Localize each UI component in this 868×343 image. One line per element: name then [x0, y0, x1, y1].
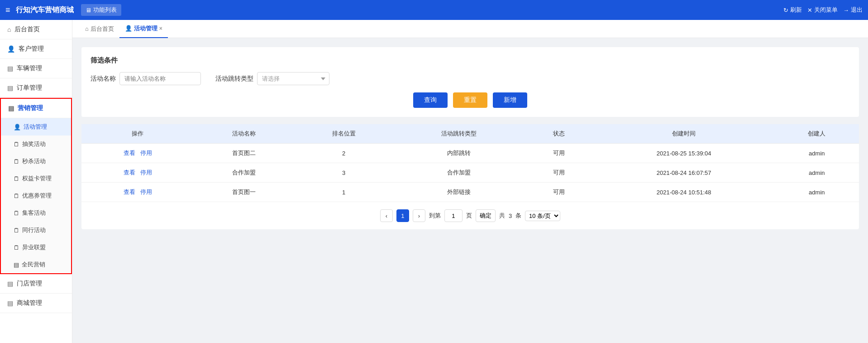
cell-name-1: 合作加盟: [194, 163, 294, 183]
page-input[interactable]: [444, 209, 463, 222]
filter-label-name: 活动名称: [91, 75, 116, 83]
reset-button[interactable]: 重置: [453, 92, 487, 108]
filter-item-name: 活动名称: [91, 72, 201, 85]
search-button[interactable]: 查询: [413, 92, 448, 108]
coupon-icon: 🗒: [14, 193, 19, 199]
records-label: 条: [515, 212, 521, 220]
col-header-jump-type: 活动跳转类型: [394, 124, 525, 144]
cell-rank-2: 1: [294, 183, 393, 202]
to-page-label: 到第: [429, 212, 441, 220]
marketing-icon: ▤: [8, 105, 14, 112]
col-header-creator: 创建人: [775, 124, 859, 144]
filter-input-name[interactable]: [119, 72, 201, 85]
sidebar-item-customer-label: 客户管理: [19, 45, 44, 53]
sidebar-item-home-label: 后台首页: [14, 25, 40, 34]
col-header-status: 状态: [525, 124, 593, 144]
action-view-1[interactable]: 查看: [124, 169, 135, 176]
action-view-2[interactable]: 查看: [124, 188, 135, 195]
page-1-button[interactable]: 1: [396, 209, 409, 222]
sidebar-item-store-label: 门店管理: [17, 280, 42, 288]
sidebar-item-marketing-label: 营销管理: [18, 104, 43, 112]
action-disable-1[interactable]: 停用: [140, 169, 152, 176]
sidebar-item-order-label: 订单管理: [17, 84, 42, 92]
sidebar-item-vehicle[interactable]: ▤ 车辆管理: [0, 59, 72, 78]
sidebar-item-marketing[interactable]: ▤ 营销管理: [1, 99, 71, 118]
benefits-icon: 🗒: [14, 175, 19, 182]
sidebar-item-mall[interactable]: ▤ 商城管理: [0, 294, 72, 313]
lottery-label: 抽奖活动: [22, 140, 46, 148]
cell-name-2: 首页图一: [194, 183, 294, 202]
flash-sale-label: 秒杀活动: [22, 157, 46, 165]
breadcrumb-bar: ⌂ 后台首页 👤 活动管理 ×: [72, 20, 868, 38]
sidebar-item-customer[interactable]: 👤 客户管理: [0, 39, 72, 59]
sidebar-item-store[interactable]: ▤ 门店管理: [0, 274, 72, 294]
sidebar-subitem-all-marketing[interactable]: ▤ 全民营销: [1, 256, 71, 273]
cell-jump-type-0: 内部跳转: [394, 144, 525, 163]
collect-label: 集客活动: [22, 209, 46, 217]
sidebar-subitem-cross-industry[interactable]: 🗒 异业联盟: [1, 239, 71, 256]
breadcrumb-home-icon: ⌂: [85, 25, 89, 32]
menu-toggle-icon[interactable]: ≡: [5, 5, 10, 15]
sidebar-subitem-activity[interactable]: 👤 活动管理: [1, 118, 71, 135]
monitor-icon: 🖥: [86, 7, 91, 14]
function-list-label: 功能列表: [93, 6, 117, 14]
order-icon: ▤: [7, 84, 13, 92]
col-header-name: 活动名称: [194, 124, 294, 144]
filter-select-jump-type[interactable]: 请选择 内部跳转 合作加盟 外部链接: [257, 72, 329, 85]
action-disable-0[interactable]: 停用: [140, 150, 152, 156]
marketing-group: ▤ 营销管理 👤 活动管理 🗒 抽奖活动 🗒 秒杀活动 🗒 权: [0, 98, 72, 274]
sidebar-subitem-flash-sale[interactable]: 🗒 秒杀活动: [1, 153, 71, 170]
flash-sale-icon: 🗒: [14, 158, 19, 165]
cell-creator-2: admin: [775, 183, 859, 202]
top-bar: ≡ 行知汽车营销商城 🖥 功能列表 ↻ 刷新 ✕ 关闭菜单 → 退出: [0, 0, 868, 20]
sidebar-item-vehicle-label: 车辆管理: [17, 64, 42, 72]
cell-jump-type-2: 外部链接: [394, 183, 525, 202]
cell-status-1: 可用: [525, 163, 593, 183]
coupon-label: 优惠券管理: [22, 192, 52, 200]
add-button[interactable]: 新增: [493, 92, 527, 108]
col-header-create-time: 创建时间: [593, 124, 775, 144]
table-row: 查看 停用 合作加盟 3 合作加盟 可用 2021-08-24 16:07:57…: [81, 163, 859, 183]
peer-icon: 🗒: [14, 227, 19, 234]
next-page-button[interactable]: ›: [413, 209, 425, 222]
sidebar-subitem-lottery[interactable]: 🗒 抽奖活动: [1, 135, 71, 153]
breadcrumb-home-tab[interactable]: ⌂ 后台首页: [80, 20, 119, 38]
page-confirm-button[interactable]: 确定: [476, 209, 496, 222]
breadcrumb-close-icon[interactable]: ×: [159, 25, 162, 32]
sidebar-subitem-benefits[interactable]: 🗒 权益卡管理: [1, 170, 71, 187]
action-view-0[interactable]: 查看: [124, 150, 135, 156]
action-disable-2[interactable]: 停用: [140, 188, 152, 195]
page-size-select[interactable]: 10 条/页 20 条/页 50 条/页: [525, 211, 560, 221]
breadcrumb-activity-tab[interactable]: 👤 活动管理 ×: [119, 20, 168, 38]
cell-creator-0: admin: [775, 144, 859, 163]
sidebar-item-home[interactable]: ⌂ 后台首页: [0, 20, 72, 39]
peer-label: 同行活动: [22, 226, 46, 234]
prev-page-button[interactable]: ‹: [380, 209, 393, 222]
sidebar-subitem-coupon[interactable]: 🗒 优惠券管理: [1, 187, 71, 204]
content-area: ⌂ 后台首页 👤 活动管理 × 筛选条件 活动名称 活动: [72, 20, 868, 343]
cell-jump-type-1: 合作加盟: [394, 163, 525, 183]
sidebar-subitem-peer[interactable]: 🗒 同行活动: [1, 222, 71, 239]
app-title: 行知汽车营销商城: [16, 5, 74, 15]
breadcrumb-home-label: 后台首页: [91, 25, 114, 33]
function-list-tab[interactable]: 🖥 功能列表: [81, 4, 121, 16]
filter-row: 活动名称 活动跳转类型 请选择 内部跳转 合作加盟 外部链接: [91, 72, 850, 85]
all-marketing-label: 全民营销: [22, 261, 45, 269]
cell-creator-1: admin: [775, 163, 859, 183]
store-icon: ▤: [7, 280, 13, 287]
refresh-button[interactable]: ↻ 刷新: [783, 6, 802, 14]
breadcrumb-activity-label: 活动管理: [134, 24, 157, 33]
sidebar-item-order[interactable]: ▤ 订单管理: [0, 78, 72, 98]
action-buttons: 查询 重置 新增: [91, 92, 850, 108]
sidebar-subitem-collect[interactable]: 🗒 集客活动: [1, 204, 71, 222]
cell-rank-1: 3: [294, 163, 393, 183]
filter-section: 筛选条件 活动名称 活动跳转类型 请选择 内部跳转 合作加盟 外部链接: [81, 47, 859, 117]
all-marketing-icon: ▤: [14, 261, 19, 268]
table-row: 查看 停用 首页图一 1 外部链接 可用 2021-08-24 10:51:48…: [81, 183, 859, 202]
col-header-rank: 排名位置: [294, 124, 393, 144]
cross-industry-label: 异业联盟: [22, 243, 46, 251]
activity-sub-icon: 👤: [14, 124, 21, 130]
activity-sub-label: 活动管理: [24, 123, 47, 131]
close-menu-button[interactable]: ✕ 关闭菜单: [807, 6, 838, 14]
logout-button[interactable]: → 退出: [843, 6, 863, 14]
